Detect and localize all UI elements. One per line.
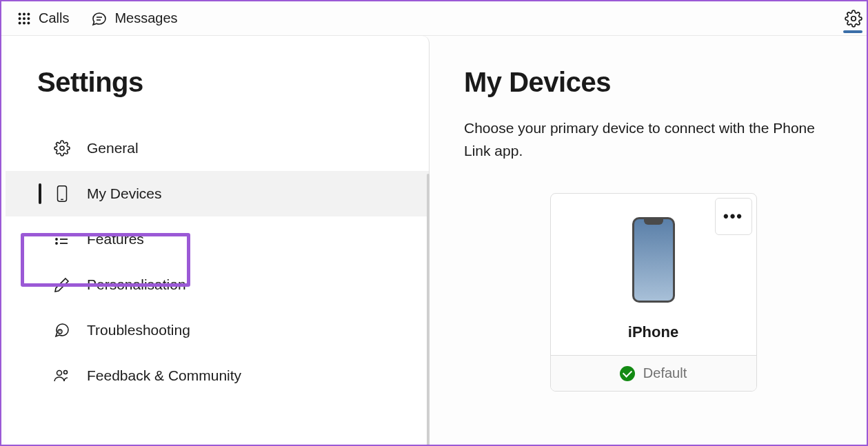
main-area: Settings General My Devices Features xyxy=(1,36,867,445)
svg-point-24 xyxy=(64,371,68,374)
gear-icon xyxy=(52,140,72,156)
device-card[interactable]: ••• iPhone Default xyxy=(550,193,757,392)
nav-label: Personalisation xyxy=(87,276,186,293)
messages-tab[interactable]: Messages xyxy=(83,6,185,31)
svg-point-3 xyxy=(19,17,20,19)
list-icon xyxy=(52,231,72,247)
svg-point-0 xyxy=(19,13,20,14)
calls-label: Calls xyxy=(39,10,69,26)
svg-point-1 xyxy=(23,13,25,14)
content-subtitle: Choose your primary device to connect wi… xyxy=(464,117,842,162)
nav-label: General xyxy=(87,140,139,156)
nav-item-personalisation[interactable]: Personalisation xyxy=(6,262,429,307)
nav-item-general[interactable]: General xyxy=(6,125,429,171)
dialpad-icon xyxy=(17,11,32,26)
phone-icon xyxy=(52,185,72,203)
svg-point-11 xyxy=(851,17,856,21)
svg-point-5 xyxy=(28,17,29,19)
nav-label: Features xyxy=(87,231,144,247)
svg-point-23 xyxy=(57,371,62,376)
people-icon xyxy=(52,367,72,384)
gear-active-indicator xyxy=(843,30,862,33)
nav-item-troubleshooting[interactable]: ? Troubleshooting xyxy=(6,307,429,353)
svg-point-8 xyxy=(28,22,29,23)
settings-gear-button[interactable] xyxy=(845,10,862,28)
svg-point-2 xyxy=(28,13,29,14)
sidebar-panel: Settings General My Devices Features xyxy=(6,36,430,445)
scrollbar[interactable] xyxy=(427,174,430,446)
svg-text:?: ? xyxy=(59,330,61,334)
page-title: Settings xyxy=(6,67,429,98)
nav-label: My Devices xyxy=(87,185,162,202)
check-circle-icon xyxy=(620,366,635,381)
svg-point-7 xyxy=(23,22,25,23)
settings-nav-list: General My Devices Features Personalisat… xyxy=(6,125,429,398)
nav-item-my-devices[interactable]: My Devices xyxy=(6,171,429,216)
nav-label: Feedback & Community xyxy=(87,367,241,384)
messages-label: Messages xyxy=(114,10,177,26)
content-panel: My Devices Choose your primary device to… xyxy=(430,36,867,445)
device-more-button[interactable]: ••• xyxy=(715,198,752,235)
more-icon: ••• xyxy=(723,207,743,225)
device-name: iPhone xyxy=(628,323,678,341)
svg-point-19 xyxy=(56,239,57,240)
svg-point-20 xyxy=(56,243,57,244)
device-illustration xyxy=(632,217,675,303)
help-chat-icon: ? xyxy=(52,322,72,338)
top-bar: Calls Messages xyxy=(1,1,867,36)
nav-item-feedback[interactable]: Feedback & Community xyxy=(6,353,429,398)
svg-point-18 xyxy=(56,234,57,236)
chat-icon xyxy=(91,10,108,27)
nav-label: Troubleshooting xyxy=(87,322,190,338)
pen-icon xyxy=(52,276,72,293)
svg-point-4 xyxy=(23,17,25,19)
svg-point-6 xyxy=(19,22,20,23)
nav-item-features[interactable]: Features xyxy=(6,216,429,262)
calls-tab[interactable]: Calls xyxy=(8,6,77,30)
device-status: Default xyxy=(643,365,687,381)
content-title: My Devices xyxy=(464,67,842,98)
svg-point-12 xyxy=(60,146,64,150)
device-card-footer: Default xyxy=(551,355,756,391)
